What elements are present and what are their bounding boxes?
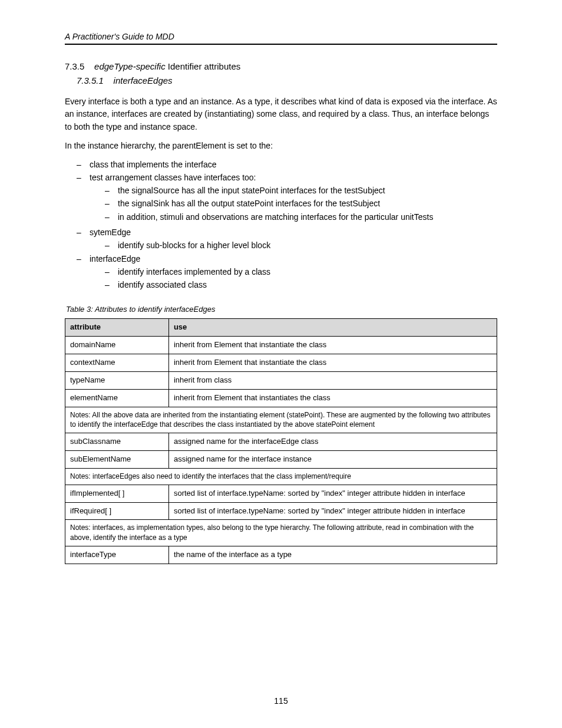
nested-list: identify interfaces implemented by a cla… bbox=[105, 266, 497, 291]
header-title: A Practitioner's Guide to MDD bbox=[65, 32, 174, 41]
body-paragraph: In the instance hierarchy, the parentEle… bbox=[65, 140, 497, 153]
page-number: 115 bbox=[0, 695, 562, 707]
table-notes-cell: Notes: interfaces, as implementation typ… bbox=[65, 520, 497, 546]
list-item: test arrangement classes have interfaces… bbox=[77, 172, 497, 223]
attributes-table: attribute use domainName inherit from El… bbox=[65, 318, 497, 564]
table-header-cell: attribute bbox=[65, 319, 169, 337]
list-item: in addition, stimuli and observations ar… bbox=[105, 211, 497, 223]
table-cell: sorted list of interface.typeName: sorte… bbox=[168, 485, 497, 502]
list-item: the signalSource has all the input state… bbox=[105, 185, 497, 196]
table-cell: elementName bbox=[65, 389, 169, 407]
table-cell: domainName bbox=[65, 337, 169, 354]
table-body: domainName inherit from Element that ins… bbox=[65, 337, 497, 564]
table-cell: the name of the interface as a type bbox=[168, 546, 497, 564]
list-item: class that implements the interface bbox=[77, 159, 497, 170]
list-item-text: the signalSource has all the input state… bbox=[118, 186, 385, 195]
list-item-text: identify interfaces implemented by a cla… bbox=[118, 267, 270, 276]
table-row: elementName inherit from Element that in… bbox=[65, 389, 497, 407]
table-row: contextName inherit from Element that in… bbox=[65, 354, 497, 372]
list-item: identify interfaces implemented by a cla… bbox=[105, 266, 497, 278]
list-item-text: identify sub-blocks for a higher level b… bbox=[118, 241, 270, 250]
table-notes-row: Notes: interfaces, as implementation typ… bbox=[65, 520, 497, 546]
table-cell: contextName bbox=[65, 354, 169, 372]
table-header-cell: use bbox=[168, 319, 497, 337]
table-row: ifImplemented[ ] sorted list of interfac… bbox=[65, 485, 497, 502]
list-item: identify associated class bbox=[105, 279, 497, 291]
list-item-text: sytemEdge bbox=[90, 228, 131, 237]
list-item: identify sub-blocks for a higher level b… bbox=[105, 239, 497, 251]
table-row: ifRequired[ ] sorted list of interface.t… bbox=[65, 502, 497, 520]
table-cell: inherit from Element that instantiates t… bbox=[168, 389, 497, 407]
table-cell: inherit from class bbox=[168, 371, 497, 389]
section-title-italic: edgeType-specific bbox=[94, 61, 166, 71]
list-item-text: class that implements the interface bbox=[90, 160, 217, 169]
table-notes-cell: Notes: interfaceEdges also need to ident… bbox=[65, 468, 497, 485]
section-heading: 7.3.5 edgeType-specific Identifier attri… bbox=[65, 60, 497, 73]
nested-list: the signalSource has all the input state… bbox=[105, 185, 497, 223]
body-paragraph: Every interface is both a type and an in… bbox=[65, 95, 497, 134]
list-item: interfaceEdge identify interfaces implem… bbox=[77, 253, 497, 291]
page-header: A Practitioner's Guide to MDD bbox=[65, 31, 497, 45]
table-row: interfaceType the name of the interface … bbox=[65, 546, 497, 564]
table-notes-row: Notes: interfaceEdges also need to ident… bbox=[65, 468, 497, 485]
table-header-row: attribute use bbox=[65, 319, 497, 337]
section-title-rest: Identifier attributes bbox=[166, 61, 241, 71]
subsection-title: interfaceEdges bbox=[114, 75, 173, 85]
bullet-list-1: class that implements the interface test… bbox=[77, 159, 497, 223]
list-item-text: interfaceEdge bbox=[90, 254, 140, 263]
table-cell: sorted list of interface.typeName: sorte… bbox=[168, 502, 497, 520]
nested-list: identify sub-blocks for a higher level b… bbox=[105, 239, 497, 251]
section-number: 7.3.5 bbox=[65, 61, 84, 71]
table-cell: assigned name for the interfaceEdge clas… bbox=[168, 433, 497, 451]
list-item: the signalSink has all the output stateP… bbox=[105, 197, 497, 209]
table-notes-row: Notes: All the above data are inherited … bbox=[65, 407, 497, 433]
list-item: sytemEdge identify sub-blocks for a high… bbox=[77, 226, 497, 252]
table-cell: typeName bbox=[65, 371, 169, 389]
table-cell: ifImplemented[ ] bbox=[65, 485, 169, 502]
table-row: typeName inherit from class bbox=[65, 371, 497, 389]
table-cell: ifRequired[ ] bbox=[65, 502, 169, 520]
list-item-text: identify associated class bbox=[118, 280, 207, 289]
list-item-text: test arrangement classes have interfaces… bbox=[90, 173, 256, 182]
table-row: subClassname assigned name for the inter… bbox=[65, 433, 497, 451]
subsection-number: 7.3.5.1 bbox=[77, 75, 104, 85]
list-item-text: the signalSink has all the output stateP… bbox=[118, 199, 380, 208]
subsection-heading: 7.3.5.1 interfaceEdges bbox=[77, 74, 497, 87]
bullet-list-2: sytemEdge identify sub-blocks for a high… bbox=[77, 226, 497, 291]
table-notes-cell: Notes: All the above data are inherited … bbox=[65, 407, 497, 433]
list-item-text: in addition, stimuli and observations ar… bbox=[118, 212, 433, 222]
section-heading-block: 7.3.5 edgeType-specific Identifier attri… bbox=[65, 60, 497, 87]
table-cell: inherit from Element that instantiate th… bbox=[168, 337, 497, 354]
table-cell: assigned name for the interface instance bbox=[168, 451, 497, 469]
table-cell: subClassname bbox=[65, 433, 169, 451]
table-cell: inherit from Element that instantiate th… bbox=[168, 354, 497, 372]
table-cell: interfaceType bbox=[65, 546, 169, 564]
page: A Practitioner's Guide to MDD 7.3.5 edge… bbox=[0, 0, 562, 728]
table-row: domainName inherit from Element that ins… bbox=[65, 337, 497, 354]
table-row: subElementName assigned name for the int… bbox=[65, 451, 497, 469]
table-caption: Table 3: Attributes to identify interfac… bbox=[66, 304, 497, 315]
table-cell: subElementName bbox=[65, 451, 169, 469]
